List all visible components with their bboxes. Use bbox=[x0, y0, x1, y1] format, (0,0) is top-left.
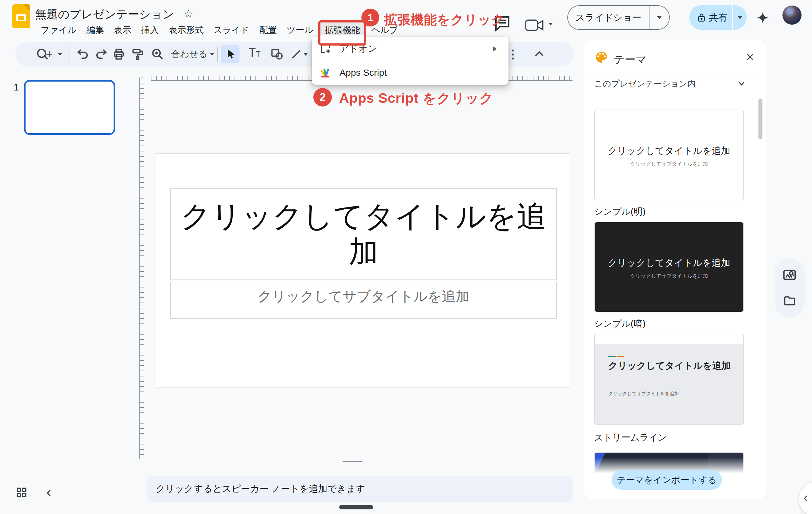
panel-divider bbox=[584, 96, 766, 96]
share-dropdown[interactable] bbox=[733, 16, 747, 19]
new-slide-plus-icon[interactable]: + bbox=[42, 47, 56, 62]
horizontal-scrollbar[interactable] bbox=[339, 505, 373, 509]
menu-view[interactable]: 表示 bbox=[109, 22, 136, 38]
new-slide-caret-icon[interactable] bbox=[58, 53, 62, 56]
streamline-teal-dash bbox=[608, 356, 616, 357]
slides-icon-fold bbox=[23, 4, 30, 12]
menu-item-apps-script[interactable]: Apps Script bbox=[312, 61, 509, 85]
slides-app-icon[interactable] bbox=[12, 4, 30, 28]
document-title[interactable]: 無題のプレゼンテーション bbox=[35, 7, 174, 22]
apps-script-logo-icon bbox=[320, 67, 331, 79]
toolbar-separator bbox=[69, 47, 70, 62]
line-tool-caret-icon[interactable] bbox=[303, 53, 308, 56]
section-chevron-down-icon[interactable] bbox=[737, 79, 746, 88]
subtitle-placeholder-text: クリックしてサブタイトルを追加 bbox=[171, 282, 556, 306]
slides-icon-slot bbox=[16, 14, 26, 21]
slideshow-dropdown[interactable] bbox=[649, 16, 669, 19]
share-button[interactable]: 共有 bbox=[689, 5, 747, 30]
step-2-annotation: Apps Script をクリック bbox=[339, 89, 493, 107]
chevron-down-icon bbox=[737, 16, 743, 19]
text-box-tool[interactable]: TT bbox=[244, 46, 265, 62]
step-1-annotation: 拡張機能をクリック bbox=[384, 11, 505, 28]
theme-name-simple-light: シンプル(明) bbox=[594, 206, 645, 218]
menu-file[interactable]: ファイル bbox=[36, 22, 82, 38]
theme-panel: テーマ ✕ このプレゼンテーション内 クリックしてタイトルを追加 クリックしてサ… bbox=[584, 40, 766, 499]
hide-menus-chevron-icon[interactable] bbox=[530, 46, 547, 63]
slideshow-button[interactable]: スライドショー bbox=[567, 5, 670, 30]
shape-tool-icon[interactable] bbox=[268, 45, 286, 63]
chevron-left-icon: ‹ bbox=[803, 491, 808, 504]
slide-thumbnail-selected[interactable] bbox=[24, 80, 115, 135]
panel-scrollbar[interactable] bbox=[758, 98, 762, 139]
theme-name-simple-dark: シンプル(暗) bbox=[594, 318, 645, 330]
palette-icon bbox=[594, 50, 609, 65]
gemini-sparkle-icon[interactable] bbox=[754, 10, 772, 28]
step-2-badge: 2 bbox=[313, 88, 332, 107]
user-avatar[interactable] bbox=[782, 5, 802, 25]
speaker-notes-placeholder: クリックするとスピーカー ノートを追加できます bbox=[156, 483, 365, 495]
zoom-in-icon[interactable] bbox=[148, 45, 167, 63]
speaker-notes-bar[interactable]: クリックするとスピーカー ノートを追加できます bbox=[147, 476, 573, 502]
notes-resize-handle[interactable] bbox=[343, 461, 362, 462]
menu-format[interactable]: 表示形式 bbox=[164, 22, 209, 38]
meet-camera-icon[interactable] bbox=[525, 19, 544, 32]
collapse-filmstrip-chevron-icon[interactable]: ‹ bbox=[46, 484, 51, 500]
undo-icon[interactable] bbox=[75, 45, 92, 63]
print-icon[interactable] bbox=[110, 45, 127, 63]
select-tool-active[interactable] bbox=[221, 45, 239, 63]
chevron-down-icon bbox=[657, 16, 662, 19]
step-1-badge: 1 bbox=[361, 9, 379, 26]
zoom-fit-select[interactable]: 合わせる bbox=[171, 47, 207, 62]
meet-caret-icon[interactable] bbox=[549, 23, 553, 26]
share-label: 共有 bbox=[709, 11, 727, 24]
paint-format-icon[interactable] bbox=[129, 45, 146, 63]
menu-insert[interactable]: 挿入 bbox=[136, 22, 164, 38]
grid-view-icon[interactable] bbox=[16, 487, 27, 498]
theme-card-simple-dark[interactable]: クリックしてタイトルを追加 クリックしてサブタイトルを追加 bbox=[594, 222, 744, 312]
menu-slide[interactable]: スライド bbox=[209, 22, 255, 38]
collapse-panel-button[interactable]: ‹ bbox=[799, 482, 812, 514]
theme-panel-title: テーマ bbox=[614, 52, 647, 67]
slide-number: 1 bbox=[13, 82, 19, 93]
google-slides-window: 無題のプレゼンテーション ☆ ファイル 編集 表示 挿入 表示形式 スライド 配… bbox=[0, 0, 812, 514]
theme-section-label: このプレゼンテーション内 bbox=[594, 78, 696, 89]
streamline-orange-dash bbox=[616, 356, 624, 357]
slideshow-label: スライドショー bbox=[568, 11, 649, 24]
theme-card-simple-light[interactable]: クリックしてタイトルを追加 クリックしてサブタイトルを追加 bbox=[594, 110, 744, 200]
more-options-icon[interactable]: ⋮ bbox=[506, 46, 519, 62]
import-theme-button[interactable]: テーマをインポートする bbox=[612, 470, 722, 490]
cursor-arrow-icon bbox=[224, 48, 236, 60]
close-icon[interactable]: ✕ bbox=[746, 51, 754, 63]
submenu-arrow-icon bbox=[493, 46, 497, 52]
vertical-ruler bbox=[139, 78, 144, 459]
title-placeholder-text: クリックしてタイトルを追加 bbox=[171, 199, 556, 269]
side-quick-access-pill bbox=[775, 258, 805, 318]
toolbar-separator bbox=[217, 47, 218, 62]
zoom-fit-caret-icon[interactable] bbox=[210, 53, 214, 56]
menu-extensions-highlighted[interactable]: 拡張機能 bbox=[318, 20, 366, 46]
menu-edit[interactable]: 編集 bbox=[82, 22, 109, 38]
star-icon[interactable]: ☆ bbox=[183, 7, 193, 20]
lock-icon bbox=[697, 12, 706, 23]
redo-icon[interactable] bbox=[92, 45, 110, 63]
image-search-icon[interactable] bbox=[782, 268, 796, 282]
folder-icon[interactable] bbox=[783, 294, 796, 308]
menu-tools[interactable]: ツール bbox=[282, 22, 318, 38]
panel-divider bbox=[584, 75, 766, 76]
line-tool-icon[interactable] bbox=[288, 45, 305, 63]
subtitle-placeholder[interactable]: クリックしてサブタイトルを追加 bbox=[170, 282, 557, 319]
title-placeholder[interactable]: クリックしてタイトルを追加 bbox=[170, 188, 557, 280]
menu-arrange[interactable]: 配置 bbox=[254, 22, 282, 38]
theme-name-streamline: ストリームライン bbox=[594, 431, 667, 444]
theme-card-streamline[interactable]: クリックしてタイトルを追加 クリックしてサブタイトルを追加 bbox=[594, 334, 744, 425]
